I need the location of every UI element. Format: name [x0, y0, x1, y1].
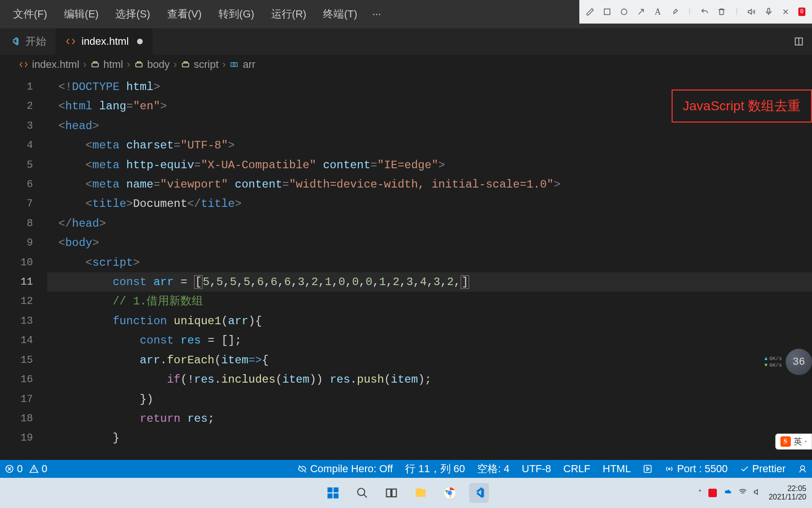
trash-icon[interactable]	[717, 8, 726, 16]
symbol-tag-icon	[134, 60, 144, 69]
ime-lang: 英	[794, 436, 802, 447]
code-content[interactable]: <!DOCTYPE html><html lang="en"><head> <m…	[47, 74, 812, 445]
date: 2021/11/20	[769, 493, 806, 501]
record-badge[interactable]: 0	[798, 8, 805, 16]
sb-port[interactable]: Port : 5500	[665, 463, 728, 475]
svg-point-12	[669, 468, 670, 469]
menu-goto[interactable]: 转到(G)	[210, 4, 263, 24]
annotation-overlay: JavaScript 数组去重	[672, 90, 812, 123]
time: 22:05	[769, 484, 806, 493]
divider: |	[688, 8, 692, 16]
speed-blob[interactable]: 36	[786, 349, 812, 375]
ime-indicator[interactable]: S 英 ·	[775, 434, 812, 450]
sb-spaces[interactable]: 空格: 4	[477, 462, 509, 476]
square-icon[interactable]	[603, 8, 611, 16]
clock[interactable]: 22:05 2021/11/20	[769, 484, 806, 501]
speaker-icon[interactable]	[747, 8, 756, 16]
error-icon	[5, 464, 14, 474]
tray-qq-icon[interactable]	[708, 489, 717, 497]
svg-rect-14	[327, 487, 333, 492]
sb-encoding[interactable]: UTF-8	[522, 463, 551, 475]
svg-rect-17	[333, 493, 339, 499]
sb-prettier[interactable]: Prettier	[740, 463, 786, 475]
tab-label: 开始	[25, 34, 46, 49]
close-icon[interactable]	[781, 8, 790, 16]
text-icon[interactable]: A	[654, 8, 662, 16]
editor-tabs: 开始 index.html	[0, 28, 812, 55]
sogou-logo-icon: S	[780, 436, 791, 447]
svg-rect-6	[136, 63, 142, 67]
tab-label: index.html	[81, 35, 129, 48]
svg-rect-20	[392, 489, 396, 497]
sb-cursor[interactable]: 行 11，列 60	[405, 462, 465, 476]
menu-view[interactable]: 查看(V)	[159, 4, 210, 24]
eye-off-icon	[298, 464, 307, 474]
tray-up-icon[interactable]: ˄	[698, 489, 702, 498]
chevron-right-icon: ›	[83, 58, 86, 71]
menu-more[interactable]: ···	[365, 5, 387, 23]
svg-rect-2	[768, 8, 770, 13]
symbol-tag-icon	[90, 60, 100, 69]
warning-icon	[29, 464, 39, 474]
pencil-icon[interactable]	[586, 8, 594, 16]
taskview-button[interactable]	[382, 483, 401, 503]
download-speed: 0K/s	[764, 362, 782, 369]
sb-lang[interactable]: HTML	[603, 463, 631, 475]
warning-count: 0	[41, 463, 47, 475]
line-gutter: 12345678910111213141516171819	[0, 74, 47, 445]
arrow-icon[interactable]	[637, 8, 645, 16]
svg-rect-15	[333, 487, 339, 492]
svg-point-13	[801, 466, 804, 469]
chevron-right-icon: ›	[222, 58, 226, 71]
explorer-button[interactable]	[411, 483, 430, 503]
dirty-dot-icon	[137, 39, 143, 44]
html-icon	[19, 60, 28, 69]
tray-wifi-icon[interactable]	[739, 488, 747, 498]
sb-run-icon[interactable]	[643, 464, 652, 474]
svg-point-1	[621, 9, 627, 15]
broadcast-icon	[665, 464, 674, 474]
sb-compile-hero[interactable]: Compile Hero: Off	[298, 463, 393, 475]
sb-feedback[interactable]	[798, 464, 807, 474]
overlay-text: JavaScript 数组去重	[683, 98, 801, 113]
breadcrumb-item[interactable]: index.html	[32, 58, 79, 71]
menu-terminal[interactable]: 终端(T)	[315, 4, 365, 24]
netspeed-widget[interactable]: 0K/s 0K/s 36	[764, 349, 812, 375]
search-button[interactable]	[352, 483, 372, 503]
svg-point-18	[357, 488, 365, 495]
split-editor-button[interactable]	[786, 28, 812, 55]
menu-file[interactable]: 文件(F)	[5, 4, 56, 24]
divider: |	[734, 8, 739, 16]
tab-welcome[interactable]: 开始	[0, 28, 56, 55]
circle-icon[interactable]	[620, 8, 628, 16]
svg-rect-19	[387, 489, 391, 497]
error-count: 0	[17, 463, 23, 475]
menu-select[interactable]: 选择(S)	[107, 4, 158, 24]
chrome-button[interactable]	[440, 483, 460, 503]
menu-edit[interactable]: 编辑(E)	[56, 4, 107, 24]
breadcrumb-item[interactable]: html	[104, 58, 123, 71]
svg-rect-16	[327, 493, 333, 499]
breadcrumb-item[interactable]: script	[194, 58, 219, 71]
code-editor[interactable]: 12345678910111213141516171819 <!DOCTYPE …	[0, 74, 812, 445]
system-tray: ˄ 22:05 2021/11/20	[698, 484, 806, 501]
symbol-var-icon	[229, 60, 239, 69]
chevron-right-icon: ›	[127, 58, 130, 71]
taskbar: ˄ 22:05 2021/11/20	[0, 478, 812, 508]
check-icon	[740, 464, 749, 474]
breadcrumb-item[interactable]: body	[147, 58, 170, 71]
vscode-button[interactable]	[469, 483, 489, 503]
svg-rect-11	[644, 466, 651, 473]
highlighter-icon[interactable]	[671, 8, 679, 16]
menu-run[interactable]: 运行(R)	[263, 4, 315, 24]
mic-icon[interactable]	[764, 8, 773, 16]
start-button[interactable]	[323, 483, 343, 503]
tab-index-html[interactable]: index.html	[56, 28, 153, 55]
svg-rect-7	[182, 63, 188, 67]
tray-speaker-icon[interactable]	[754, 488, 762, 498]
breadcrumb-item[interactable]: arr	[243, 58, 255, 71]
tray-cloud-icon[interactable]	[723, 488, 732, 498]
sb-errors[interactable]: 0 0	[5, 463, 48, 475]
undo-icon[interactable]	[700, 8, 709, 16]
sb-eol[interactable]: CRLF	[563, 463, 590, 475]
